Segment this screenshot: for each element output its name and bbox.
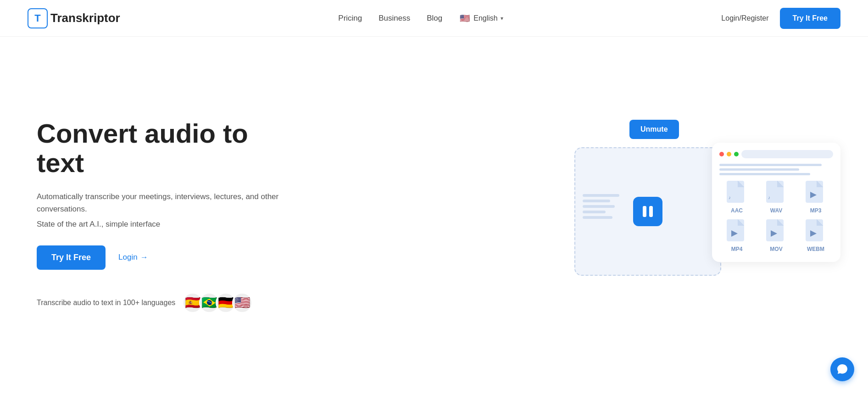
- hero-left: Convert audio to text Automatically tran…: [37, 119, 303, 313]
- hero-buttons: Try It Free Login →: [37, 245, 303, 270]
- deco-line-4: [583, 211, 606, 213]
- flag-icon: 🇺🇸: [459, 12, 471, 24]
- hero-tagline: State of the art A.I., simple interface: [37, 220, 303, 229]
- svg-rect-4: [806, 181, 823, 203]
- deco-line-5: [583, 216, 612, 219]
- lines-decoration: [583, 194, 619, 219]
- webm-label: WEBM: [807, 246, 824, 252]
- player-card: [574, 147, 721, 276]
- svg-rect-6: [727, 219, 744, 241]
- hero-section: Convert audio to text Automatically tran…: [0, 37, 868, 395]
- deco-line-2: [583, 200, 610, 202]
- pause-bar-left: [643, 206, 646, 217]
- login-register-link[interactable]: Login/Register: [721, 14, 768, 22]
- deco-line-3: [583, 205, 615, 208]
- nav-try-it-free-button[interactable]: Try It Free: [780, 8, 840, 29]
- flag-stack: 🇪🇸 🇧🇷 🇩🇪 🇺🇸: [183, 293, 252, 313]
- pause-bar-right: [649, 206, 653, 217]
- nav-links: Pricing Business Blog 🇺🇸 English ▾: [338, 12, 503, 24]
- mp4-label: MP4: [731, 246, 743, 252]
- chat-icon: [836, 363, 848, 375]
- hero-subtitle: Automatically transcribe your meetings, …: [37, 190, 303, 215]
- window-dot-green: [734, 152, 739, 156]
- nav-pricing[interactable]: Pricing: [338, 14, 362, 23]
- format-aac: ♪ AAC: [719, 180, 754, 214]
- language-label: English: [473, 14, 497, 22]
- mp4-icon: [726, 218, 748, 244]
- hero-login-link[interactable]: Login →: [118, 253, 148, 262]
- logo-text: Transkriptor: [50, 11, 120, 25]
- language-selector[interactable]: 🇺🇸 English ▾: [459, 12, 503, 24]
- aac-label: AAC: [731, 207, 743, 214]
- chevron-down-icon: ▾: [501, 15, 503, 22]
- text-line-1: [719, 164, 822, 166]
- text-lines: [719, 164, 833, 175]
- unmute-button[interactable]: Unmute: [629, 120, 679, 139]
- format-mp3: MP3: [798, 180, 833, 214]
- webm-icon: [805, 218, 827, 244]
- browser-search-bar: [741, 150, 833, 158]
- mp3-label: MP3: [810, 207, 822, 214]
- formats-grid: ♪ AAC ♪ WAV: [719, 180, 833, 252]
- window-dot-yellow: [727, 152, 731, 156]
- format-webm: WEBM: [798, 218, 833, 252]
- wav-icon: ♪: [765, 180, 787, 206]
- chat-bubble-button[interactable]: [830, 357, 854, 381]
- svg-text:♪: ♪: [768, 195, 770, 200]
- flag-us: 🇺🇸: [232, 293, 252, 313]
- logo[interactable]: T Transkriptor: [28, 8, 120, 28]
- aac-icon: ♪: [726, 180, 748, 206]
- logo-icon: T: [28, 8, 48, 28]
- svg-rect-8: [766, 219, 784, 241]
- mp3-icon: [805, 180, 827, 206]
- hero-illustration: Unmute: [574, 120, 840, 312]
- hero-try-it-free-button[interactable]: Try It Free: [37, 245, 106, 270]
- formats-card: ♪ AAC ♪ WAV: [712, 143, 840, 262]
- wav-label: WAV: [770, 207, 782, 214]
- deco-line-1: [583, 194, 619, 197]
- svg-rect-10: [806, 219, 823, 241]
- format-mp4: MP4: [719, 218, 754, 252]
- languages-text: Transcribe audio to text in 100+ languag…: [37, 299, 175, 307]
- text-line-3: [719, 173, 810, 175]
- hero-languages: Transcribe audio to text in 100+ languag…: [37, 293, 303, 313]
- format-wav: ♪ WAV: [759, 180, 794, 214]
- hero-title: Convert audio to text: [37, 119, 303, 178]
- pause-button[interactable]: [633, 197, 662, 226]
- window-dot-red: [719, 152, 724, 156]
- svg-text:♪: ♪: [729, 195, 731, 200]
- navbar: T Transkriptor Pricing Business Blog 🇺🇸 …: [0, 0, 868, 37]
- nav-right: Login/Register Try It Free: [721, 8, 840, 29]
- format-mov: MOV: [759, 218, 794, 252]
- browser-bar: [719, 150, 833, 158]
- mov-label: MOV: [770, 246, 782, 252]
- text-line-2: [719, 168, 799, 171]
- mov-icon: [765, 218, 787, 244]
- nav-blog[interactable]: Blog: [427, 14, 442, 23]
- nav-business[interactable]: Business: [378, 14, 410, 23]
